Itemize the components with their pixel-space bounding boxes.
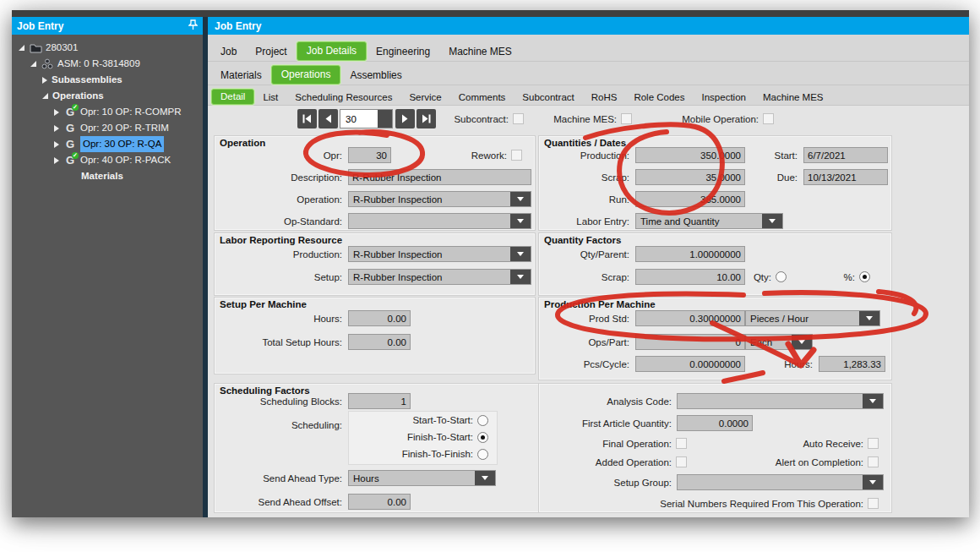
start-date-field[interactable]: 6/7/2021	[803, 147, 888, 163]
description-field[interactable]: R-Rubber Inspection	[348, 169, 531, 185]
dropdown-button[interactable]	[510, 247, 531, 261]
tab-list[interactable]: List	[254, 90, 286, 105]
tab-inspection[interactable]: Inspection	[694, 90, 754, 105]
expander-collapsed-icon[interactable]	[54, 141, 59, 148]
dropdown-button[interactable]	[475, 471, 495, 485]
due-date-field[interactable]: 10/13/2021	[803, 169, 888, 185]
labor-setup-dropdown[interactable]: R-Rubber Inspection	[348, 269, 531, 285]
machine-mes-checkbox[interactable]	[621, 113, 632, 124]
tab-assemblies[interactable]: Assemblies	[340, 67, 411, 85]
window-top-strip	[12, 10, 969, 17]
tab-comments[interactable]: Comments	[450, 90, 514, 105]
run-qty-field[interactable]: 385.0000	[635, 191, 745, 207]
tree-item-opr10[interactable]: G✓ Opr: 10 OP: R-COMPR	[12, 104, 203, 120]
op-standard-dropdown[interactable]	[348, 213, 531, 229]
start-to-start-radio[interactable]	[477, 415, 488, 426]
final-operation-checkbox[interactable]	[676, 438, 687, 449]
dropdown-button[interactable]	[863, 475, 883, 489]
machine-hours-label: Hours:	[782, 359, 813, 369]
tab-role-codes[interactable]: Role Codes	[625, 90, 693, 105]
pct-radio[interactable]	[859, 271, 870, 282]
tab-job[interactable]: Job	[211, 43, 246, 61]
expander-expanded-icon[interactable]	[30, 61, 36, 67]
prod-std-field[interactable]: 0.30000000	[635, 310, 745, 326]
dropdown-button[interactable]	[510, 270, 531, 284]
tree-item-materials[interactable]: Materials	[12, 168, 203, 184]
tab-operations[interactable]: Operations	[271, 65, 341, 85]
dropdown-button[interactable]	[378, 110, 392, 128]
scrap-qty-field[interactable]: 35.0000	[635, 169, 745, 185]
dropdown-button[interactable]	[863, 394, 883, 408]
dropdown-button[interactable]	[792, 335, 812, 349]
auto-receive-checkbox[interactable]	[868, 438, 879, 449]
tab-scheduling-resources[interactable]: Scheduling Resources	[286, 90, 400, 105]
rework-checkbox[interactable]	[511, 150, 522, 161]
nav-prev-button[interactable]	[318, 109, 338, 128]
setup-group-dropdown[interactable]	[677, 474, 884, 490]
send-ahead-offset-label: Send Ahead Offset:	[217, 497, 342, 507]
dropdown-button[interactable]	[859, 311, 879, 325]
tree-item-opr30-selected[interactable]: G Opr: 30 OP: R-QA	[12, 136, 203, 152]
ops-part-field[interactable]: 0	[635, 334, 745, 350]
subcontract-checkbox[interactable]	[513, 113, 524, 124]
tab-detail[interactable]: Detail	[211, 89, 254, 105]
expander-collapsed-icon[interactable]	[42, 77, 47, 84]
tab-machine-mes[interactable]: Machine MES	[439, 43, 521, 61]
tree-item-subassemblies[interactable]: Subassemblies	[12, 72, 203, 88]
scheduling-blocks-field[interactable]: 1	[348, 393, 411, 409]
tab-materials[interactable]: Materials	[211, 67, 271, 85]
tab-subcontract[interactable]: Subcontract	[514, 90, 582, 105]
tab-rohs[interactable]: RoHS	[583, 90, 626, 105]
tab-machine-mes-3[interactable]: Machine MES	[754, 90, 832, 105]
expander-collapsed-icon[interactable]	[54, 157, 59, 164]
finish-to-finish-radio[interactable]	[477, 449, 488, 460]
expander-collapsed-icon[interactable]	[54, 125, 59, 132]
first-article-field[interactable]: 0.0000	[677, 415, 753, 431]
tree-item-opr40[interactable]: G✓ Opr: 40 OP: R-PACK	[12, 152, 203, 168]
tree-item-asm[interactable]: ASM: 0 R-3814809	[12, 56, 203, 72]
tab-engineering[interactable]: Engineering	[367, 43, 439, 61]
operation-dropdown[interactable]: R-Rubber Inspection	[348, 191, 531, 207]
analysis-code-dropdown[interactable]	[677, 393, 884, 409]
added-operation-checkbox[interactable]	[676, 456, 687, 467]
tab-service[interactable]: Service	[400, 90, 449, 105]
setup-hours-field[interactable]: 0.00	[348, 310, 411, 326]
send-ahead-type-dropdown[interactable]: Hours	[348, 470, 496, 486]
tree-item-opr20[interactable]: G Opr: 20 OP: R-TRIM	[12, 120, 203, 136]
scrap-factor-field[interactable]: 10.00	[635, 269, 745, 285]
tab-project[interactable]: Project	[246, 43, 296, 61]
dropdown-button[interactable]	[510, 214, 531, 228]
finish-to-start-radio[interactable]	[477, 432, 488, 443]
production-qty-field[interactable]: 350.0000	[635, 147, 745, 163]
nav-last-button[interactable]	[416, 109, 436, 128]
prod-std-uom-dropdown[interactable]: Pieces / Hour	[745, 310, 880, 326]
tree-item-operations[interactable]: Operations	[12, 88, 203, 104]
record-number-combo[interactable]: 30	[340, 109, 393, 128]
tree-item-job[interactable]: 280301	[12, 40, 203, 56]
qty-radio[interactable]	[776, 271, 787, 282]
pin-icon[interactable]	[188, 19, 198, 33]
expander-expanded-icon[interactable]	[42, 93, 48, 99]
send-ahead-offset-field[interactable]: 0.00	[348, 494, 411, 510]
added-operation-label: Added Operation:	[542, 457, 672, 467]
nav-next-button[interactable]	[395, 109, 415, 128]
tab-job-details[interactable]: Job Details	[297, 41, 367, 61]
dropdown-button[interactable]	[762, 214, 782, 228]
alert-completion-checkbox[interactable]	[868, 456, 879, 467]
setup-group-row: Setup Group:	[542, 474, 884, 490]
total-setup-hours-field[interactable]: 0.00	[348, 334, 411, 350]
expander-collapsed-icon[interactable]	[54, 109, 59, 116]
serial-numbers-checkbox[interactable]	[868, 498, 879, 509]
dropdown-button[interactable]	[510, 192, 531, 206]
mobile-operation-checkbox[interactable]	[763, 113, 774, 124]
nav-first-button[interactable]	[297, 109, 317, 128]
machine-hours-field[interactable]: 1,283.33	[819, 356, 885, 372]
screenshot-stage: Job Entry 280301 ASM: 0 R-3814809	[0, 0, 980, 552]
opr-field[interactable]: 30	[348, 147, 391, 163]
labor-entry-dropdown[interactable]: Time and Quantity	[635, 213, 783, 229]
labor-production-dropdown[interactable]: R-Rubber Inspection	[348, 246, 531, 262]
qty-parent-field[interactable]: 1.00000000	[635, 246, 745, 262]
pcs-cycle-field[interactable]: 0.00000000	[635, 356, 745, 372]
expander-expanded-icon[interactable]	[19, 45, 24, 51]
ops-part-uom-dropdown[interactable]: Each	[745, 334, 813, 350]
